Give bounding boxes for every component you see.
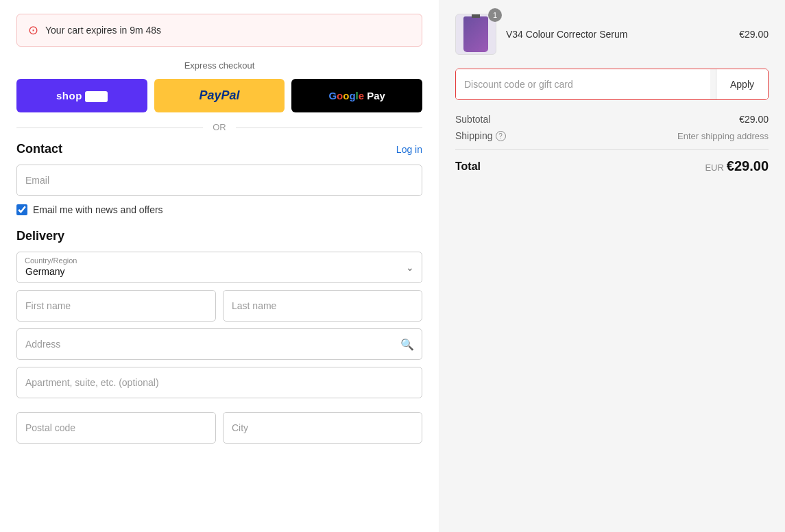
paypal-label: PayPal — [199, 88, 239, 103]
shop-pay-text: shopPay — [56, 90, 108, 101]
shipping-value: Enter shipping address — [677, 131, 769, 141]
cart-expiry-banner: ⊙ Your cart expires in 9m 48s — [16, 14, 422, 47]
total-currency: EUR — [705, 162, 723, 173]
product-name: V34 Colour Corrector Serum — [506, 29, 729, 40]
shipping-row: Shipping ? Enter shipping address — [455, 130, 769, 141]
contact-title: Contact — [16, 142, 62, 156]
subtotal-row: Subtotal €29.00 — [455, 114, 769, 125]
paypal-button[interactable]: PayPal — [154, 79, 285, 112]
name-row — [16, 290, 422, 322]
newsletter-label: Email me with news and offers — [33, 204, 163, 215]
last-name-field[interactable] — [223, 290, 422, 322]
contact-section-header: Contact Log in — [16, 142, 422, 156]
discount-row: Apply — [455, 69, 769, 100]
product-thumbnail — [463, 16, 488, 52]
g-icon: Google — [328, 90, 364, 101]
product-row: 1 V34 Colour Corrector Serum €29.00 — [455, 14, 769, 55]
total-label: Total — [455, 160, 481, 173]
city-field[interactable] — [223, 412, 422, 444]
first-name-field[interactable] — [16, 290, 216, 322]
left-panel: ⊙ Your cart expires in 9m 48s Express ch… — [0, 0, 439, 532]
product-image-wrapper: 1 — [455, 14, 496, 55]
express-checkout-label: Express checkout — [16, 60, 422, 71]
apply-button[interactable]: Apply — [716, 69, 768, 99]
postal-city-row — [16, 412, 422, 444]
alert-icon: ⊙ — [28, 23, 38, 38]
gpay-button[interactable]: Google Pay — [291, 79, 422, 112]
discount-input[interactable] — [456, 69, 710, 99]
right-panel: 1 V34 Colour Corrector Serum €29.00 Appl… — [439, 0, 785, 532]
product-price: €29.00 — [739, 29, 769, 40]
email-field[interactable] — [16, 165, 422, 196]
shipping-label: Shipping ? — [455, 130, 506, 141]
log-in-link[interactable]: Log in — [396, 144, 422, 155]
search-icon: 🔍 — [400, 338, 414, 351]
or-divider: OR — [16, 122, 422, 132]
postal-field[interactable] — [16, 412, 216, 444]
country-label: Country/Region — [25, 256, 77, 265]
gpay-label: Pay — [367, 90, 385, 101]
subtotal-value: €29.00 — [739, 114, 769, 125]
country-select[interactable]: Germany — [16, 252, 422, 283]
delivery-title: Delivery — [16, 229, 422, 243]
apartment-field[interactable] — [16, 367, 422, 398]
product-quantity-badge: 1 — [488, 8, 502, 22]
subtotal-label: Subtotal — [455, 114, 490, 125]
country-select-wrapper: Country/Region Germany ⌄ — [16, 252, 422, 283]
newsletter-row: Email me with news and offers — [16, 204, 422, 215]
shipping-info-icon[interactable]: ? — [496, 131, 506, 141]
total-value: EUR€29.00 — [705, 158, 769, 174]
newsletter-checkbox[interactable] — [16, 204, 27, 215]
address-wrapper: 🔍 — [16, 328, 422, 360]
express-buttons: shopPay PayPal Google Pay — [16, 79, 422, 112]
address-field[interactable] — [16, 328, 422, 360]
cart-expiry-text: Your cart expires in 9m 48s — [45, 25, 161, 36]
shop-pay-button[interactable]: shopPay — [16, 79, 147, 112]
total-divider — [455, 149, 769, 150]
total-row: Total EUR€29.00 — [455, 158, 769, 174]
